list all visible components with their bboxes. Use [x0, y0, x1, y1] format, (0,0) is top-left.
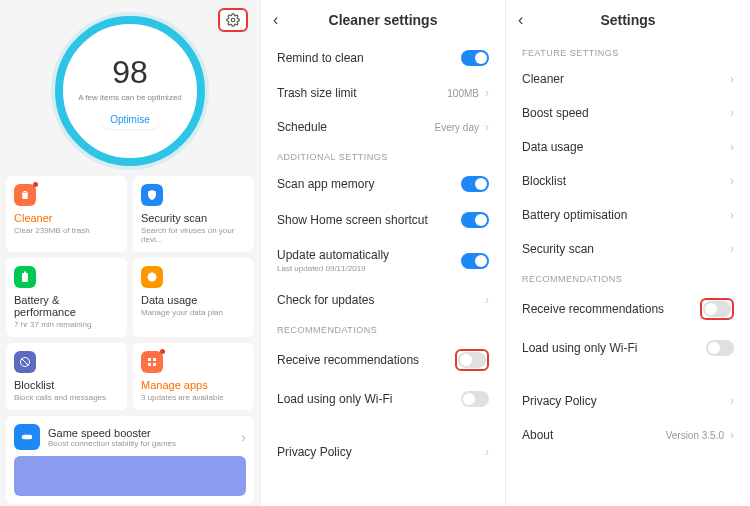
row-value: 100MB [447, 88, 479, 99]
row-security-scan[interactable]: Security scan › [506, 232, 750, 266]
card-title: Security scan [141, 212, 246, 224]
row-scan-app-memory[interactable]: Scan app memory [261, 166, 505, 202]
block-icon [14, 351, 36, 373]
card-data-usage[interactable]: Data usage Manage your data plan [133, 258, 254, 337]
card-sub: Search for viruses on your devi... [141, 226, 246, 244]
settings-button[interactable] [218, 8, 248, 32]
card-sub: Clear 239MB of trash [14, 226, 119, 235]
toggle[interactable] [461, 212, 489, 228]
row-cleaner[interactable]: Cleaner › [506, 62, 750, 96]
header: ‹ Cleaner settings [261, 0, 505, 40]
row-label: Schedule [277, 120, 327, 134]
card-security-scan[interactable]: Security scan Search for viruses on your… [133, 176, 254, 252]
card-cleaner[interactable]: Cleaner Clear 239MB of trash [6, 176, 127, 252]
svg-point-3 [148, 273, 157, 282]
row-label: Receive recommendations [522, 302, 664, 316]
header: ‹ Settings [506, 0, 750, 40]
gear-icon [226, 13, 240, 27]
svg-rect-6 [148, 358, 151, 361]
row-label: Load using only Wi-Fi [522, 341, 637, 355]
row-label: Boost speed [522, 106, 589, 120]
card-title: Blocklist [14, 379, 119, 391]
toggle[interactable] [706, 340, 734, 356]
svg-rect-1 [22, 273, 28, 282]
data-icon [141, 266, 163, 288]
shield-icon [141, 184, 163, 206]
toggle[interactable] [703, 301, 731, 317]
section-feature: FEATURE SETTINGS [506, 40, 750, 62]
row-home-shortcut[interactable]: Show Home screen shortcut [261, 202, 505, 238]
row-privacy-policy[interactable]: Privacy Policy › [506, 384, 750, 418]
chevron-right-icon: › [730, 428, 734, 442]
row-label: Scan app memory [277, 177, 374, 191]
row-wifi-only[interactable]: Load using only Wi-Fi [506, 330, 750, 366]
chevron-right-icon: › [730, 394, 734, 408]
toggle[interactable] [461, 176, 489, 192]
chevron-right-icon: › [485, 445, 489, 459]
chevron-right-icon: › [485, 120, 489, 134]
row-about[interactable]: About Version 3.5.0 › [506, 418, 750, 452]
toggle[interactable] [461, 391, 489, 407]
row-value: Every day [435, 122, 479, 133]
card-battery[interactable]: Battery & performance 7 hr 37 min remain… [6, 258, 127, 337]
svg-rect-9 [153, 363, 156, 366]
page-title: Cleaner settings [273, 12, 493, 28]
row-label: Cleaner [522, 72, 564, 86]
score-value: 98 [112, 54, 148, 91]
row-data-usage[interactable]: Data usage › [506, 130, 750, 164]
battery-icon [14, 266, 36, 288]
booster-banner [14, 456, 246, 496]
row-boost-speed[interactable]: Boost speed › [506, 96, 750, 130]
row-label: Blocklist [522, 174, 566, 188]
booster-title: Game speed booster [48, 427, 233, 439]
card-sub: 3 updates are available [141, 393, 246, 402]
cleaner-settings-panel: ‹ Cleaner settings Remind to clean Trash… [260, 0, 505, 506]
notification-dot [160, 349, 165, 354]
card-sub: Block calls and messages [14, 393, 119, 402]
toggle[interactable] [461, 50, 489, 66]
row-check-updates[interactable]: Check for updates › [261, 283, 505, 317]
card-game-booster[interactable]: Game speed booster Boost connection stab… [6, 416, 254, 504]
row-label: Update automatically [277, 248, 461, 262]
card-sub: 7 hr 37 min remaining [14, 320, 119, 329]
row-update-auto[interactable]: Update automatically Last updated 09/11/… [261, 238, 505, 283]
svg-rect-8 [148, 363, 151, 366]
row-label: Remind to clean [277, 51, 364, 65]
card-manage-apps[interactable]: Manage apps 3 updates are available [133, 343, 254, 410]
chevron-right-icon: › [730, 174, 734, 188]
row-label: Check for updates [277, 293, 374, 307]
row-blocklist[interactable]: Blocklist › [506, 164, 750, 198]
row-label: About [522, 428, 553, 442]
row-label: Show Home screen shortcut [277, 213, 428, 227]
row-receive-recommendations[interactable]: Receive recommendations [261, 339, 505, 381]
section-recommendations: RECOMMENDATIONS [506, 266, 750, 288]
security-home-panel: 98 A few items can be optimized Optimise… [0, 0, 260, 506]
toggle[interactable] [461, 253, 489, 269]
row-wifi-only[interactable]: Load using only Wi-Fi [261, 381, 505, 417]
row-remind-to-clean[interactable]: Remind to clean [261, 40, 505, 76]
score-dial-container: 98 A few items can be optimized Optimise [6, 16, 254, 166]
booster-sub: Boost connection stability for games [48, 439, 233, 448]
chevron-right-icon: › [730, 140, 734, 154]
chevron-right-icon: › [730, 72, 734, 86]
row-label: Security scan [522, 242, 594, 256]
row-battery-optimisation[interactable]: Battery optimisation › [506, 198, 750, 232]
notification-dot [33, 182, 38, 187]
row-receive-recommendations[interactable]: Receive recommendations [506, 288, 750, 330]
optimise-button[interactable]: Optimise [100, 110, 159, 129]
svg-rect-2 [24, 272, 26, 274]
row-label: Battery optimisation [522, 208, 627, 222]
toggle[interactable] [458, 352, 486, 368]
row-label: Privacy Policy [277, 445, 352, 459]
chevron-right-icon: › [485, 86, 489, 100]
row-trash-size-limit[interactable]: Trash size limit 100MB › [261, 76, 505, 110]
row-label: Privacy Policy [522, 394, 597, 408]
row-schedule[interactable]: Schedule Every day › [261, 110, 505, 144]
row-privacy-policy[interactable]: Privacy Policy › [261, 435, 505, 469]
card-sub: Manage your data plan [141, 308, 246, 317]
card-title: Cleaner [14, 212, 119, 224]
card-blocklist[interactable]: Blocklist Block calls and messages [6, 343, 127, 410]
row-label: Trash size limit [277, 86, 357, 100]
page-title: Settings [518, 12, 738, 28]
row-sub: Last updated 09/11/2019 [277, 264, 461, 273]
